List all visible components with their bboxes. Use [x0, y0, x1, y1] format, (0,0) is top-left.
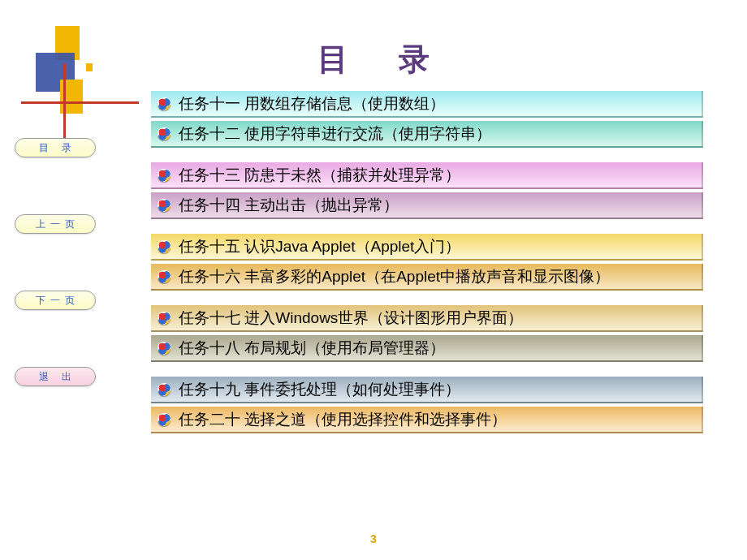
toc-label: 任务十一 用数组存储信息（使用数组） — [179, 93, 445, 114]
toc-item-18[interactable]: 任务十八 布局规划（使用布局管理器） — [151, 335, 703, 362]
toc-label: 任务十七 进入Windows世界（设计图形用户界面） — [179, 308, 523, 329]
bullet-icon — [158, 270, 171, 283]
toc-item-15[interactable]: 任务十五 认识Java Applet（Applet入门） — [151, 234, 703, 261]
exit-button[interactable]: 退 出 — [15, 367, 96, 386]
next-button[interactable]: 下一页 — [15, 291, 96, 310]
page-number: 3 — [0, 532, 747, 545]
toc-label: 任务十三 防患于未然（捕获并处理异常） — [179, 165, 460, 186]
bullet-icon — [158, 97, 171, 110]
toc-label: 任务十二 使用字符串进行交流（使用字符串） — [179, 123, 491, 144]
bullet-icon — [158, 383, 171, 396]
bullet-icon — [158, 413, 171, 426]
toc-item-20[interactable]: 任务二十 选择之道（使用选择控件和选择事件） — [151, 407, 703, 433]
bullet-icon — [158, 240, 171, 253]
toc-label: 任务十六 丰富多彩的Applet（在Applet中播放声音和显示图像） — [179, 266, 610, 287]
page-title: 目 录 — [0, 39, 747, 80]
toc-item-17[interactable]: 任务十七 进入Windows世界（设计图形用户界面） — [151, 305, 703, 332]
toc-label: 任务二十 选择之道（使用选择控件和选择事件） — [179, 409, 507, 430]
toc-label: 任务十四 主动出击（抛出异常） — [179, 195, 399, 216]
bullet-icon — [158, 312, 171, 325]
toc-item-12[interactable]: 任务十二 使用字符串进行交流（使用字符串） — [151, 121, 703, 148]
toc-list: 任务十一 用数组存储信息（使用数组） 任务十二 使用字符串进行交流（使用字符串）… — [151, 91, 719, 433]
toc-item-19[interactable]: 任务十九 事件委托处理（如何处理事件） — [151, 377, 703, 403]
deco-line — [21, 101, 139, 104]
prev-button[interactable]: 上一页 — [15, 214, 96, 234]
sidebar-nav: 目 录 上一页 下一页 退 出 — [15, 138, 97, 386]
toc-label: 任务十八 布局规划（使用布局管理器） — [179, 338, 445, 359]
toc-label: 任务十五 认识Java Applet（Applet入门） — [179, 236, 460, 257]
bullet-icon — [158, 342, 171, 355]
bullet-icon — [158, 127, 171, 140]
toc-item-16[interactable]: 任务十六 丰富多彩的Applet（在Applet中播放声音和显示图像） — [151, 264, 703, 291]
toc-item-14[interactable]: 任务十四 主动出击（抛出异常） — [151, 192, 703, 219]
toc-item-11[interactable]: 任务十一 用数组存储信息（使用数组） — [151, 91, 703, 118]
toc-label: 任务十九 事件委托处理（如何处理事件） — [179, 379, 460, 400]
bullet-icon — [158, 199, 171, 212]
bullet-icon — [158, 169, 171, 182]
toc-button[interactable]: 目 录 — [15, 138, 96, 157]
toc-item-13[interactable]: 任务十三 防患于未然（捕获并处理异常） — [151, 162, 703, 189]
